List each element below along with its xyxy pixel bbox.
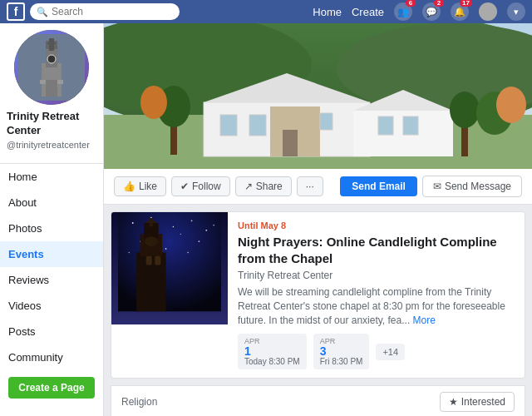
event-times: APR 1 Today 8:30 PM APR 3 Fri 8:30 PM +1…	[238, 334, 515, 369]
messages-badge: 2	[434, 0, 444, 7]
profile-handle: @trinityretreatcenter	[7, 140, 96, 150]
action-bar: 👍 Like ✔ Follow ↗ Share ··· Send Email ✉…	[104, 169, 532, 205]
svg-rect-53	[147, 220, 156, 223]
sidebar-navigation: Home About Photos Events Reviews Videos …	[0, 163, 103, 370]
svg-point-43	[213, 225, 214, 225]
svg-rect-23	[403, 116, 418, 135]
sidebar-item-about[interactable]: About	[0, 190, 103, 215]
search-icon: 🔍	[37, 7, 48, 17]
svg-point-40	[180, 234, 181, 235]
search-bar[interactable]: 🔍	[30, 3, 180, 20]
time-badge-apr3: APR 3 Fri 8:30 PM	[313, 334, 370, 369]
svg-rect-5	[47, 42, 56, 44]
facebook-logo[interactable]: f	[7, 2, 25, 21]
more-icon: ···	[306, 181, 314, 192]
svg-point-45	[187, 252, 188, 253]
church-icon	[18, 34, 85, 101]
event-host: Trinity Retreat Center	[238, 270, 515, 281]
follow-label: Follow	[192, 181, 221, 192]
profile-name: Trinity Retreat Center	[7, 110, 96, 138]
sidebar-item-home[interactable]: Home	[0, 164, 103, 190]
event-details: Until May 8 Night Prayers: Online Candle…	[228, 212, 525, 378]
interested-button[interactable]: ★ Interested	[440, 392, 515, 412]
event-title: Night Prayers: Online Candlelight Compli…	[238, 234, 515, 266]
nav-home-link[interactable]: Home	[313, 6, 342, 18]
avatar-image	[14, 30, 89, 105]
profile-avatar	[14, 30, 89, 105]
svg-rect-51	[155, 256, 160, 265]
svg-rect-20	[249, 115, 266, 136]
svg-point-35	[173, 226, 174, 227]
top-navigation: f 🔍 Home Create 👥6 💬2 🔔17 ▾	[0, 0, 532, 23]
send-message-button[interactable]: ✉ Send Message	[422, 176, 522, 197]
svg-point-36	[191, 220, 193, 221]
svg-rect-24	[283, 130, 298, 156]
like-button[interactable]: 👍 Like	[114, 176, 166, 196]
create-page-button[interactable]: Create a Page	[8, 377, 95, 399]
share-button[interactable]: ↗ Share	[235, 176, 292, 196]
time-badge-apr1: APR 1 Today 8:30 PM	[238, 334, 307, 369]
event-category: Religion	[121, 396, 440, 408]
svg-point-33	[132, 222, 134, 224]
event-date-tag: Until May 8	[238, 220, 515, 230]
friend-requests-btn[interactable]: 👥6	[394, 2, 412, 21]
friend-requests-badge: 6	[406, 0, 416, 7]
follow-button[interactable]: ✔ Follow	[171, 176, 230, 196]
nav-create-link[interactable]: Create	[352, 6, 384, 18]
notifications-badge: 17	[460, 0, 472, 7]
profile-section: Trinity Retreat Center @trinityretreatce…	[0, 23, 103, 163]
sidebar-item-reviews[interactable]: Reviews	[0, 267, 103, 293]
svg-rect-7	[46, 80, 57, 97]
sidebar-item-community[interactable]: Community	[0, 344, 103, 370]
more-button[interactable]: ···	[297, 176, 323, 196]
svg-point-31	[496, 87, 526, 123]
interested-bar: Religion ★ Interested	[111, 385, 525, 416]
main-layout: Trinity Retreat Center @trinityretreatce…	[0, 23, 532, 416]
follow-icon: ✔	[180, 181, 189, 192]
event-description: We will be streaming candlelight complin…	[238, 285, 515, 327]
nav-links: Home Create 👥6 💬2 🔔17 ▾	[313, 2, 525, 21]
sidebar-item-posts[interactable]: Posts	[0, 319, 103, 344]
svg-point-49	[145, 237, 157, 246]
send-email-button[interactable]: Send Email	[340, 176, 417, 196]
cover-photo	[104, 23, 532, 169]
message-icon: ✉	[433, 181, 441, 192]
event-image-svg	[118, 211, 221, 318]
sidebar: Trinity Retreat Center @trinityretreatce…	[0, 23, 104, 416]
share-label: Share	[256, 181, 283, 192]
event-image	[111, 212, 228, 324]
sidebar-item-videos[interactable]: Videos	[0, 293, 103, 319]
svg-rect-21	[320, 113, 332, 130]
svg-point-41	[199, 240, 200, 242]
svg-rect-19	[220, 115, 237, 136]
send-message-label: Send Message	[445, 181, 511, 192]
event-card: Until May 8 Night Prayers: Online Candle…	[111, 211, 525, 379]
svg-point-37	[205, 230, 207, 231]
cover-photo-image	[104, 23, 532, 169]
svg-point-42	[128, 252, 130, 254]
sidebar-item-photos[interactable]: Photos	[0, 215, 103, 241]
thumbs-up-icon: 👍	[123, 181, 135, 192]
svg-point-28	[450, 92, 480, 128]
settings-btn[interactable]: ▾	[507, 2, 525, 21]
like-label: Like	[139, 181, 157, 192]
svg-point-8	[47, 55, 56, 63]
svg-rect-22	[378, 116, 393, 135]
search-input[interactable]	[52, 6, 173, 17]
plus-more-badge: +14	[376, 344, 405, 360]
svg-point-44	[165, 248, 167, 250]
main-content: 👍 Like ✔ Follow ↗ Share ··· Send Email ✉…	[104, 23, 532, 416]
svg-rect-50	[146, 256, 152, 265]
user-avatar[interactable]	[479, 2, 497, 21]
sidebar-item-events[interactable]: Events	[0, 241, 103, 267]
svg-rect-32	[118, 212, 221, 312]
more-link[interactable]: More	[413, 314, 436, 326]
notifications-btn[interactable]: 🔔17	[451, 2, 469, 21]
messages-btn[interactable]: 💬2	[422, 2, 441, 21]
svg-point-30	[140, 86, 167, 119]
svg-rect-4	[49, 38, 54, 51]
share-icon: ↗	[244, 181, 253, 192]
